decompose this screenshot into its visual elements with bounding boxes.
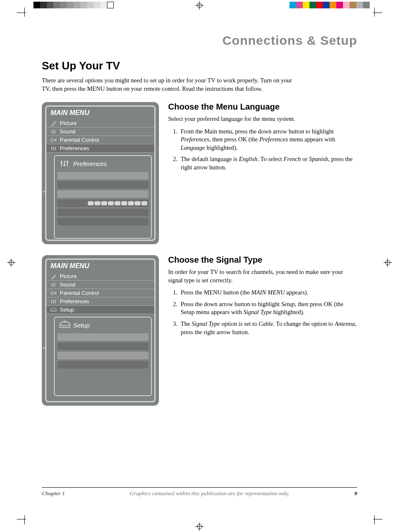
- page-footer: Chapter 1 Graphics contained within this…: [42, 487, 357, 497]
- wand-icon: [50, 120, 57, 126]
- steps-list: Press the MENU button (the MAIN MENU app…: [168, 289, 357, 336]
- chapter-label: Chapter 1: [42, 490, 65, 497]
- svg-point-10: [51, 300, 52, 302]
- menu-item-label: Sound: [60, 128, 76, 135]
- submenu-row: [57, 190, 148, 198]
- svg-point-4: [55, 147, 56, 148]
- svg-point-3: [53, 148, 54, 150]
- submenu-row: [57, 343, 148, 350]
- eye-lock-icon: [50, 290, 57, 296]
- eye-lock-icon: [50, 137, 57, 143]
- svg-point-7: [66, 161, 68, 163]
- figure-main-menu-setup: Pr MAIN MENU Picture Sound: [42, 255, 159, 406]
- subsection-heading: Choose the Signal Type: [168, 255, 357, 265]
- toolbox-icon: [50, 307, 57, 313]
- pr-label: Pr: [43, 346, 46, 350]
- step-item: From the Main menu, press the down arrow…: [179, 128, 357, 152]
- menu-item-preferences: Preferences: [46, 144, 154, 153]
- sliders-icon: [50, 299, 57, 304]
- registration-mark-icon: [195, 1, 204, 10]
- submenu-row: [57, 209, 148, 216]
- section-menu-language: Pr MAIN MENU Picture Sound: [42, 102, 357, 244]
- subsection-lead: In order for your TV to search for chann…: [168, 268, 357, 284]
- submenu-title-text: Setup: [73, 322, 90, 329]
- menu-item-picture: Picture: [46, 119, 154, 128]
- submenu-row-indicators: [57, 200, 148, 207]
- menu-item-sound: Sound: [46, 281, 154, 289]
- wand-icon: [50, 274, 57, 279]
- steps-list: From the Main menu, press the down arrow…: [168, 128, 357, 172]
- menu-item-sound: Sound: [46, 128, 154, 136]
- sliders-icon: [50, 146, 57, 151]
- step-item: Press the MENU button (the MAIN MENU app…: [179, 289, 357, 297]
- menu-item-label: Setup: [60, 307, 74, 313]
- sliders-icon: [59, 159, 70, 168]
- registration-mark-icon: [384, 258, 392, 267]
- svg-point-12: [55, 300, 56, 301]
- menu-item-picture: Picture: [46, 272, 154, 281]
- submenu-row: [57, 352, 148, 359]
- menu-title: MAIN MENU: [46, 262, 154, 272]
- step-item: The default language is English. To sele…: [179, 155, 357, 171]
- section-header: Connections & Setup: [42, 33, 357, 48]
- menu-item-label: Picture: [60, 273, 77, 279]
- page-number: 9: [354, 490, 357, 497]
- menu-item-label: Preferences: [60, 145, 89, 151]
- submenu-title-text: Preferences: [73, 160, 107, 167]
- menu-item-label: Sound: [60, 281, 76, 288]
- toolbox-icon: [59, 321, 70, 329]
- menu-item-parental: Parental Control: [46, 289, 154, 297]
- registration-mark-icon: [195, 522, 204, 531]
- submenu-row: [57, 172, 148, 179]
- svg-point-6: [64, 164, 65, 166]
- menu-item-preferences: Preferences: [46, 297, 154, 306]
- subsection-lead: Select your preferred language for the m…: [168, 115, 357, 123]
- intro-paragraph: There are several options you might need…: [42, 77, 293, 93]
- menu-item-label: Parental Control: [60, 290, 99, 296]
- svg-point-11: [53, 302, 54, 303]
- menu-title: MAIN MENU: [46, 109, 154, 119]
- step-item: The Signal Type option is set to Cable. …: [179, 320, 357, 336]
- submenu-row: [57, 333, 148, 341]
- menu-item-label: Preferences: [60, 298, 89, 304]
- menu-item-label: Parental Control: [60, 137, 99, 143]
- svg-point-2: [51, 147, 52, 148]
- submenu-row: [57, 181, 148, 189]
- step-item: Press the down arrow button to highlight…: [179, 300, 357, 317]
- svg-point-9: [52, 292, 53, 294]
- svg-point-5: [61, 162, 62, 164]
- submenu-setup: Setup: [54, 317, 152, 396]
- footer-disclaimer: Graphics contained within this publicati…: [65, 490, 354, 497]
- svg-point-1: [52, 139, 53, 141]
- page: Connections & Setup Set Up Your TV There…: [29, 25, 370, 507]
- page-title: Set Up Your TV: [42, 59, 357, 72]
- section-signal-type: Pr MAIN MENU Picture Sound: [42, 255, 357, 406]
- submenu-row: [57, 218, 148, 225]
- grayscale-bar: [33, 2, 114, 8]
- speaker-icon: [50, 129, 57, 135]
- submenu-row: [57, 361, 148, 368]
- color-bar: [289, 2, 370, 8]
- subsection-heading: Choose the Menu Language: [168, 102, 357, 112]
- menu-item-label: Picture: [60, 120, 77, 126]
- registration-mark-icon: [7, 258, 15, 267]
- submenu-preferences: Preferences: [54, 155, 152, 239]
- speaker-icon: [50, 282, 57, 288]
- menu-item-setup: Setup: [46, 306, 154, 314]
- menu-item-parental: Parental Control: [46, 136, 154, 144]
- figure-main-menu-preferences: Pr MAIN MENU Picture Sound: [42, 102, 159, 244]
- pr-label: Pr: [43, 190, 46, 194]
